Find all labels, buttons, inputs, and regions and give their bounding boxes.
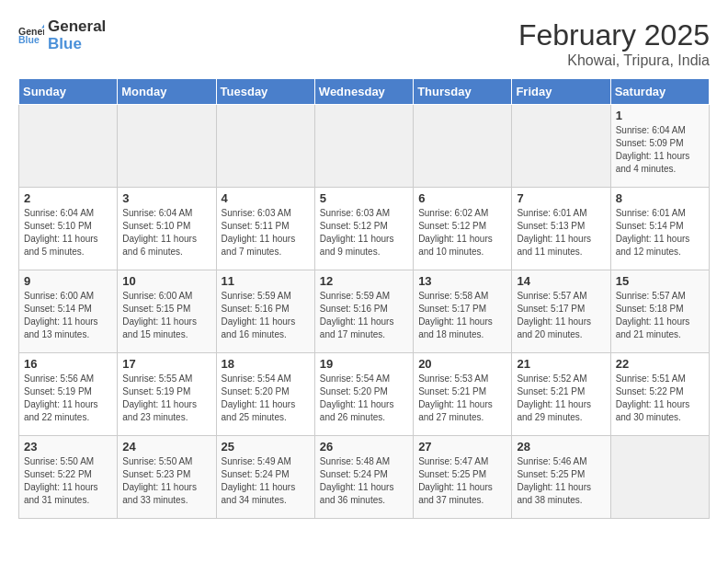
day-number: 12 bbox=[320, 274, 408, 288]
page-header: General Blue General Blue February 2025 … bbox=[18, 18, 710, 69]
day-number: 1 bbox=[616, 109, 704, 122]
calendar-day-cell: 21Sunrise: 5:52 AM Sunset: 5:21 PM Dayli… bbox=[512, 353, 610, 436]
day-info: Sunrise: 5:57 AM Sunset: 5:18 PM Dayligh… bbox=[616, 290, 704, 341]
calendar-day-cell: 6Sunrise: 6:02 AM Sunset: 5:12 PM Daylig… bbox=[414, 188, 512, 270]
calendar-day-cell bbox=[216, 105, 314, 188]
day-info: Sunrise: 5:46 AM Sunset: 5:25 PM Dayligh… bbox=[517, 455, 605, 507]
day-info: Sunrise: 6:02 AM Sunset: 5:12 PM Dayligh… bbox=[418, 207, 506, 259]
logo-icon: General Blue bbox=[18, 23, 44, 49]
calendar-day-cell: 22Sunrise: 5:51 AM Sunset: 5:22 PM Dayli… bbox=[610, 353, 709, 436]
day-info: Sunrise: 5:59 AM Sunset: 5:16 PM Dayligh… bbox=[222, 290, 310, 341]
calendar-day-cell bbox=[19, 105, 118, 188]
day-number: 18 bbox=[222, 357, 310, 371]
calendar-day-cell: 17Sunrise: 5:55 AM Sunset: 5:19 PM Dayli… bbox=[118, 353, 216, 436]
calendar-day-cell: 15Sunrise: 5:57 AM Sunset: 5:18 PM Dayli… bbox=[610, 270, 709, 353]
calendar-day-cell: 25Sunrise: 5:49 AM Sunset: 5:24 PM Dayli… bbox=[216, 436, 314, 519]
weekday-header-friday: Friday bbox=[512, 79, 610, 105]
day-info: Sunrise: 6:00 AM Sunset: 5:15 PM Dayligh… bbox=[122, 290, 210, 341]
day-number: 25 bbox=[222, 440, 310, 454]
calendar-day-cell: 19Sunrise: 5:54 AM Sunset: 5:20 PM Dayli… bbox=[314, 353, 413, 436]
calendar-week-row: 16Sunrise: 5:56 AM Sunset: 5:19 PM Dayli… bbox=[19, 353, 710, 436]
day-info: Sunrise: 5:48 AM Sunset: 5:24 PM Dayligh… bbox=[320, 455, 408, 507]
calendar-day-cell: 24Sunrise: 5:50 AM Sunset: 5:23 PM Dayli… bbox=[118, 436, 216, 519]
month-year-title: February 2025 bbox=[518, 18, 710, 52]
calendar-week-row: 1Sunrise: 6:04 AM Sunset: 5:09 PM Daylig… bbox=[19, 105, 710, 188]
calendar-day-cell: 13Sunrise: 5:58 AM Sunset: 5:17 PM Dayli… bbox=[414, 270, 512, 353]
day-number: 2 bbox=[24, 191, 112, 205]
day-number: 19 bbox=[320, 357, 408, 371]
calendar-week-row: 2Sunrise: 6:04 AM Sunset: 5:10 PM Daylig… bbox=[19, 188, 710, 270]
day-number: 3 bbox=[122, 191, 210, 205]
calendar-table: SundayMondayTuesdayWednesdayThursdayFrid… bbox=[18, 78, 710, 519]
day-info: Sunrise: 5:54 AM Sunset: 5:20 PM Dayligh… bbox=[222, 373, 310, 424]
day-info: Sunrise: 6:01 AM Sunset: 5:13 PM Dayligh… bbox=[517, 207, 605, 259]
day-number: 27 bbox=[418, 440, 506, 454]
calendar-day-cell: 3Sunrise: 6:04 AM Sunset: 5:10 PM Daylig… bbox=[118, 188, 216, 270]
weekday-header-monday: Monday bbox=[118, 79, 216, 105]
day-number: 9 bbox=[24, 274, 112, 288]
day-info: Sunrise: 5:58 AM Sunset: 5:17 PM Dayligh… bbox=[418, 290, 506, 341]
day-number: 13 bbox=[418, 274, 506, 288]
calendar-day-cell: 1Sunrise: 6:04 AM Sunset: 5:09 PM Daylig… bbox=[610, 105, 709, 188]
calendar-day-cell: 14Sunrise: 5:57 AM Sunset: 5:17 PM Dayli… bbox=[512, 270, 610, 353]
day-info: Sunrise: 6:04 AM Sunset: 5:10 PM Dayligh… bbox=[24, 207, 112, 259]
logo-blue-text: Blue bbox=[48, 36, 106, 53]
day-info: Sunrise: 5:50 AM Sunset: 5:22 PM Dayligh… bbox=[24, 455, 112, 507]
day-info: Sunrise: 5:57 AM Sunset: 5:17 PM Dayligh… bbox=[517, 290, 605, 341]
day-info: Sunrise: 6:03 AM Sunset: 5:12 PM Dayligh… bbox=[320, 207, 408, 259]
calendar-day-cell: 20Sunrise: 5:53 AM Sunset: 5:21 PM Dayli… bbox=[414, 353, 512, 436]
calendar-day-cell: 16Sunrise: 5:56 AM Sunset: 5:19 PM Dayli… bbox=[19, 353, 118, 436]
day-info: Sunrise: 5:59 AM Sunset: 5:16 PM Dayligh… bbox=[320, 290, 408, 341]
day-info: Sunrise: 5:49 AM Sunset: 5:24 PM Dayligh… bbox=[222, 455, 310, 507]
day-number: 21 bbox=[517, 357, 605, 371]
calendar-day-cell: 11Sunrise: 5:59 AM Sunset: 5:16 PM Dayli… bbox=[216, 270, 314, 353]
calendar-day-cell bbox=[414, 105, 512, 188]
title-block: February 2025 Khowai, Tripura, India bbox=[518, 18, 710, 69]
calendar-day-cell bbox=[118, 105, 216, 188]
day-info: Sunrise: 5:53 AM Sunset: 5:21 PM Dayligh… bbox=[418, 373, 506, 424]
day-number: 4 bbox=[222, 191, 310, 205]
calendar-day-cell bbox=[314, 105, 413, 188]
calendar-day-cell: 5Sunrise: 6:03 AM Sunset: 5:12 PM Daylig… bbox=[314, 188, 413, 270]
calendar-day-cell: 9Sunrise: 6:00 AM Sunset: 5:14 PM Daylig… bbox=[19, 270, 118, 353]
day-info: Sunrise: 6:03 AM Sunset: 5:11 PM Dayligh… bbox=[222, 207, 310, 259]
calendar-day-cell: 23Sunrise: 5:50 AM Sunset: 5:22 PM Dayli… bbox=[19, 436, 118, 519]
day-info: Sunrise: 5:50 AM Sunset: 5:23 PM Dayligh… bbox=[122, 455, 210, 507]
location-subtitle: Khowai, Tripura, India bbox=[518, 52, 710, 69]
day-number: 10 bbox=[122, 274, 210, 288]
day-info: Sunrise: 5:55 AM Sunset: 5:19 PM Dayligh… bbox=[122, 373, 210, 424]
calendar-week-row: 9Sunrise: 6:00 AM Sunset: 5:14 PM Daylig… bbox=[19, 270, 710, 353]
calendar-day-cell: 7Sunrise: 6:01 AM Sunset: 5:13 PM Daylig… bbox=[512, 188, 610, 270]
calendar-day-cell: 28Sunrise: 5:46 AM Sunset: 5:25 PM Dayli… bbox=[512, 436, 610, 519]
day-info: Sunrise: 6:04 AM Sunset: 5:10 PM Dayligh… bbox=[122, 207, 210, 259]
calendar-day-cell: 18Sunrise: 5:54 AM Sunset: 5:20 PM Dayli… bbox=[216, 353, 314, 436]
day-info: Sunrise: 5:51 AM Sunset: 5:22 PM Dayligh… bbox=[616, 373, 704, 424]
calendar-day-cell: 12Sunrise: 5:59 AM Sunset: 5:16 PM Dayli… bbox=[314, 270, 413, 353]
day-number: 16 bbox=[24, 357, 112, 371]
day-number: 26 bbox=[320, 440, 408, 454]
calendar-day-cell bbox=[512, 105, 610, 188]
weekday-header-sunday: Sunday bbox=[19, 79, 118, 105]
calendar-day-cell: 10Sunrise: 6:00 AM Sunset: 5:15 PM Dayli… bbox=[118, 270, 216, 353]
calendar-day-cell: 4Sunrise: 6:03 AM Sunset: 5:11 PM Daylig… bbox=[216, 188, 314, 270]
day-number: 20 bbox=[418, 357, 506, 371]
weekday-header-saturday: Saturday bbox=[610, 79, 709, 105]
day-number: 28 bbox=[517, 440, 605, 454]
weekday-header-thursday: Thursday bbox=[414, 79, 512, 105]
day-info: Sunrise: 5:56 AM Sunset: 5:19 PM Dayligh… bbox=[24, 373, 112, 424]
day-number: 23 bbox=[24, 440, 112, 454]
calendar-day-cell: 2Sunrise: 6:04 AM Sunset: 5:10 PM Daylig… bbox=[19, 188, 118, 270]
day-info: Sunrise: 6:01 AM Sunset: 5:14 PM Dayligh… bbox=[616, 207, 704, 259]
day-number: 17 bbox=[122, 357, 210, 371]
day-number: 5 bbox=[320, 191, 408, 205]
calendar-day-cell: 8Sunrise: 6:01 AM Sunset: 5:14 PM Daylig… bbox=[610, 188, 709, 270]
day-number: 14 bbox=[517, 274, 605, 288]
day-info: Sunrise: 5:52 AM Sunset: 5:21 PM Dayligh… bbox=[517, 373, 605, 424]
weekday-header-tuesday: Tuesday bbox=[216, 79, 314, 105]
calendar-day-cell: 26Sunrise: 5:48 AM Sunset: 5:24 PM Dayli… bbox=[314, 436, 413, 519]
day-number: 24 bbox=[122, 440, 210, 454]
logo-general-text: General bbox=[48, 18, 106, 36]
day-number: 11 bbox=[222, 274, 310, 288]
calendar-week-row: 23Sunrise: 5:50 AM Sunset: 5:22 PM Dayli… bbox=[19, 436, 710, 519]
weekday-header-wednesday: Wednesday bbox=[314, 79, 413, 105]
